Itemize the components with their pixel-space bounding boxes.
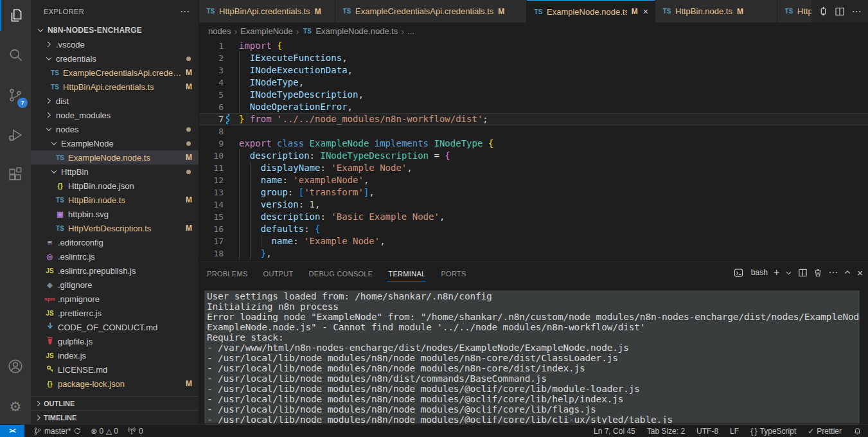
tree-folder-N8N-NODES-ENCHARGE[interactable]: N8N-NODES-ENCHARGE — [31, 23, 199, 37]
ts-file-icon: TS — [49, 69, 61, 76]
sidebar-more-icon[interactable]: ⋯ — [180, 6, 190, 17]
tree-file-package-lock.json[interactable]: {}package-lock.jsonM — [31, 377, 199, 391]
tab-ExampleNode.node.ts[interactable]: TSExampleNode.node.tsM× — [527, 0, 655, 22]
breadcrumb-symbol[interactable]: ... — [407, 26, 414, 36]
shell-label[interactable]: bash — [751, 268, 768, 277]
tree-file-ExampleNode.node.ts[interactable]: TSExampleNode.node.tsM — [31, 150, 199, 165]
code-line: 15 description: 'Basic Example Node', — [199, 211, 868, 223]
tree-file-CODE_OF_CONDUCT.md[interactable]: CODE_OF_CONDUCT.md — [31, 320, 199, 334]
tree-folder-node_modules[interactable]: node_modules — [31, 108, 199, 122]
language-mode[interactable]: { } TypeScript — [750, 427, 796, 436]
tree-file-.npmignore[interactable]: npm.npmignore — [31, 292, 199, 306]
remote-indicator-icon[interactable]: >< — [0, 425, 24, 437]
tree-file-HttpBin.node.ts[interactable]: TSHttpBin.node.tsM — [31, 193, 199, 207]
tree-item-label: .vscode — [56, 40, 199, 49]
breadcrumb-folder[interactable]: ExampleNode — [240, 26, 293, 36]
terminal-output[interactable]: User settings loaded from: /home/shankar… — [204, 290, 860, 424]
breadcrumb-folder[interactable]: nodes — [208, 26, 231, 36]
radio-tower-icon — [127, 427, 136, 435]
eol-sequence[interactable]: LF — [730, 427, 739, 436]
tree-file-index.js[interactable]: JSindex.js — [31, 348, 199, 362]
tree-file-LICENSE.md[interactable]: LICENSE.md — [31, 362, 199, 377]
tree-file-.eslintrc.prepublish.js[interactable]: JS.eslintrc.prepublish.js — [31, 263, 199, 278]
problems-item[interactable]: ⊗ 0 △ 0 — [91, 427, 118, 436]
tree-file-ExampleCredentialsApi.credentials.ts[interactable]: TSExampleCredentialsApi.credentials.tsM — [31, 66, 199, 80]
code-line: 11 displayName: 'Example Node', — [199, 162, 868, 174]
tab-size[interactable]: Tab Size: 2 — [647, 427, 685, 436]
tree-file-.gitignore[interactable]: ◈.gitignore — [31, 278, 199, 292]
panel-tab-debug-console[interactable]: DEBUG CONSOLE — [308, 263, 374, 281]
tabs: TSHttpBinApi.credentials.tsMTSExampleCre… — [199, 0, 829, 22]
close-panel-icon[interactable]: × — [857, 268, 863, 278]
chevron-down-icon — [49, 167, 59, 176]
settings-gear-icon[interactable]: ⚙ — [0, 391, 31, 422]
formatter[interactable]: ✓ Prettier — [808, 427, 842, 436]
cursor-position[interactable]: Ln 7, Col 45 — [594, 427, 635, 436]
panel-tab-output[interactable]: OUTPUT — [263, 263, 294, 281]
explorer-icon[interactable] — [0, 0, 31, 31]
more-actions-icon[interactable]: ⋯ — [850, 4, 863, 19]
tree-folder-nodes[interactable]: nodes — [31, 122, 199, 136]
tree-item-label: credentials — [56, 54, 186, 64]
tree-folder-ExampleNode[interactable]: ExampleNode — [31, 136, 199, 150]
sidebar-section-outline[interactable]: OUTLINE — [31, 396, 199, 410]
panel-tab-ports[interactable]: PORTS — [440, 263, 466, 281]
tree-item-label: HttpVerbDescription.ts — [68, 224, 186, 233]
tree-file-httpbin.svg[interactable]: ▣httpbin.svg — [31, 207, 199, 221]
split-editor-icon[interactable] — [833, 4, 846, 19]
tree-file-gulpfile.js[interactable]: gulpfile.js — [31, 334, 199, 348]
warning-icon: △ — [106, 427, 112, 435]
line-number: 7 — [199, 113, 224, 125]
panel-more-icon[interactable]: ⋯ — [828, 267, 838, 278]
tree-file-.editorconfig[interactable]: ≡.editorconfig — [31, 235, 199, 249]
tree-file-HttpBin.node.json[interactable]: {}HttpBin.node.json — [31, 179, 199, 193]
breadcrumb-file[interactable]: ExampleNode.node.ts — [315, 26, 398, 36]
chevron-down-icon — [44, 125, 54, 134]
tab-HttpBin.node.ts[interactable]: TSHttpBin.node.tsM — [655, 0, 777, 22]
git-branch-item[interactable]: master* — [33, 427, 82, 436]
tab-ExampleCredentialsApi.credentials.ts[interactable]: TSExampleCredentialsApi.credentials.tsM — [335, 0, 527, 22]
search-icon[interactable] — [0, 40, 31, 71]
tree-file-.eslintrc.js[interactable]: ◎.eslintrc.js — [31, 249, 199, 263]
panel-tab-terminal[interactable]: TERMINAL — [387, 263, 426, 281]
tree-item-label: LICENSE.md — [58, 365, 199, 375]
open-changes-icon[interactable] — [817, 4, 829, 19]
panel-tabs: PROBLEMSOUTPUTDEBUG CONSOLETERMINALPORTS — [199, 263, 474, 281]
maximize-panel-icon[interactable] — [844, 269, 851, 276]
line-number: 12 — [199, 174, 224, 186]
close-icon[interactable]: × — [643, 7, 648, 16]
split-terminal-icon[interactable] — [798, 268, 808, 278]
kill-terminal-icon[interactable] — [813, 268, 822, 278]
notifications-bell-icon[interactable] — [853, 427, 862, 436]
tree-item-label: .editorconfig — [58, 238, 199, 247]
panel-tab-problems[interactable]: PROBLEMS — [206, 263, 249, 281]
terminal-dropdown-icon[interactable] — [785, 269, 792, 276]
warning-count: 0 — [114, 427, 118, 436]
source-control-icon[interactable]: 7 — [0, 80, 31, 111]
code-editor[interactable]: 1import {2 IExecuteFunctions,3 INodeExec… — [199, 40, 868, 262]
sidebar-section-timeline[interactable]: TIMELINE — [31, 410, 199, 424]
tree-item-label: httpbin.svg — [68, 210, 199, 219]
code-line: 9export class ExampleNode implements INo… — [199, 138, 868, 150]
git-modified-badge: M — [498, 7, 504, 16]
tree-file-HttpBinApi.credentials.ts[interactable]: TSHttpBinApi.credentials.tsM — [31, 80, 199, 94]
tree-file-HttpVerbDescription.ts[interactable]: TSHttpVerbDescription.tsM — [31, 221, 199, 235]
tree-folder-.vscode[interactable]: .vscode — [31, 37, 199, 51]
extensions-icon[interactable] — [0, 159, 31, 190]
code-line: 1import { — [199, 40, 868, 52]
line-number: 2 — [199, 52, 224, 64]
account-icon[interactable] — [0, 351, 31, 382]
sidebar-header: EXPLORER ⋯ — [31, 0, 199, 23]
tree-folder-dist[interactable]: dist — [31, 94, 199, 108]
tree-folder-credentials[interactable]: credentials — [31, 51, 199, 66]
run-debug-icon[interactable] — [0, 120, 31, 150]
tree-file-.prettierrc.js[interactable]: JS.prettierrc.js — [31, 306, 199, 320]
tree-folder-HttpBin[interactable]: HttpBin — [31, 165, 199, 179]
new-terminal-icon[interactable]: + — [774, 267, 779, 278]
folder-modified-dot — [186, 141, 191, 146]
ports-item[interactable]: 0 — [127, 427, 143, 436]
image-file-icon: ▣ — [54, 210, 66, 219]
tab-HttpBinApi.credentials.ts[interactable]: TSHttpBinApi.credentials.tsM — [199, 0, 335, 22]
encoding[interactable]: UTF-8 — [696, 427, 718, 436]
terminal-line: - /usr/local/lib/node_modules/n8n/node_m… — [207, 404, 860, 415]
